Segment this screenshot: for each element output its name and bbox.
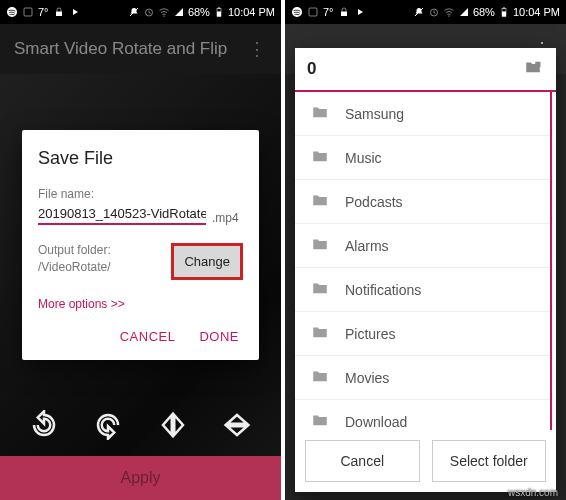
folder-icon [309,191,331,212]
battery-icon [498,6,510,18]
status-time: 10:04 PM [513,6,560,18]
battery-icon [213,6,225,18]
svg-rect-10 [218,8,220,9]
folder-label: Music [345,150,382,166]
apply-button[interactable]: Apply [0,456,281,500]
watermark: wsxdn.com [508,487,558,498]
signal-icon [458,6,470,18]
folder-item[interactable]: Podcasts [295,180,550,224]
temp-icon [22,6,34,18]
folder-item[interactable]: Pictures [295,312,550,356]
svg-rect-20 [502,12,506,17]
folder-item[interactable]: Download [295,400,550,430]
svg-rect-12 [309,8,317,16]
status-bar: 7° 6 [0,0,281,24]
rotate-cw-icon[interactable] [93,410,123,444]
status-bar: 7° 68% 10:04 PM [285,0,566,24]
folder-picker: 0 Samsung Music Podcasts Alarms Not [295,48,556,492]
svg-rect-2 [56,12,62,17]
breadcrumb[interactable]: 0 [307,59,522,79]
status-time: 10:04 PM [228,6,275,18]
wifi-icon [443,6,455,18]
save-file-dialog: Save File File name: .mp4 Output folder:… [22,130,259,360]
lock-icon [338,6,350,18]
status-battery: 68% [473,6,495,18]
filename-input[interactable] [38,204,206,225]
cancel-button[interactable]: CANCEL [120,329,176,344]
mute-icon [413,6,425,18]
svg-rect-13 [341,12,347,17]
spotify-icon [6,6,18,18]
done-button[interactable]: DONE [199,329,239,344]
signal-icon [173,6,185,18]
picker-cancel-button[interactable]: Cancel [305,440,420,482]
folder-icon [309,323,331,344]
spotify-icon [291,6,303,18]
folder-label: Notifications [345,282,421,298]
flip-horizontal-icon[interactable] [158,410,188,444]
status-temp: 7° [323,6,334,18]
folder-label: Movies [345,370,389,386]
filename-ext: .mp4 [212,211,239,225]
folder-icon [309,103,331,124]
folder-list: Samsung Music Podcasts Alarms Notificati… [295,92,552,430]
folder-item[interactable]: Music [295,136,550,180]
output-folder-path: /VideoRotate/ [38,260,163,274]
svg-marker-14 [358,9,363,15]
lock-icon [53,6,65,18]
folder-icon [309,411,331,430]
more-options-link[interactable]: More options >> [38,297,125,311]
folder-item[interactable]: Movies [295,356,550,400]
svg-point-17 [448,16,449,17]
svg-rect-21 [503,8,505,9]
folder-icon [309,235,331,256]
status-battery: 68% [188,6,210,18]
picker-select-button[interactable]: Select folder [432,440,547,482]
wifi-icon [158,6,170,18]
temp-icon [307,6,319,18]
rotate-ccw-icon[interactable] [29,410,59,444]
folder-item[interactable]: Alarms [295,224,550,268]
folder-label: Download [345,414,407,430]
status-temp: 7° [38,6,49,18]
output-folder-label: Output folder: [38,243,163,257]
media-icon [69,6,81,18]
alarm-icon [428,6,440,18]
folder-item[interactable]: Samsung [295,92,550,136]
svg-marker-3 [73,9,78,15]
dialog-title: Save File [38,148,243,169]
right-screen: 7° 68% 10:04 PM ⋮ [285,0,566,500]
left-screen: 7° 6 [0,0,281,500]
folder-label: Podcasts [345,194,403,210]
media-icon [354,6,366,18]
svg-rect-22 [535,62,540,67]
folder-icon [309,279,331,300]
alarm-icon [143,6,155,18]
folder-item[interactable]: Notifications [295,268,550,312]
svg-point-6 [163,16,164,17]
filename-label: File name: [38,187,243,201]
new-folder-icon[interactable] [522,58,544,80]
svg-marker-7 [175,8,183,16]
svg-rect-1 [24,8,32,16]
change-button[interactable]: Change [171,243,243,280]
folder-label: Samsung [345,106,404,122]
mute-icon [128,6,140,18]
folder-label: Pictures [345,326,396,342]
svg-marker-18 [460,8,468,16]
flip-vertical-icon[interactable] [222,410,252,444]
svg-rect-9 [217,12,221,17]
rotate-toolbar [0,402,281,452]
folder-label: Alarms [345,238,389,254]
folder-icon [309,367,331,388]
folder-icon [309,147,331,168]
